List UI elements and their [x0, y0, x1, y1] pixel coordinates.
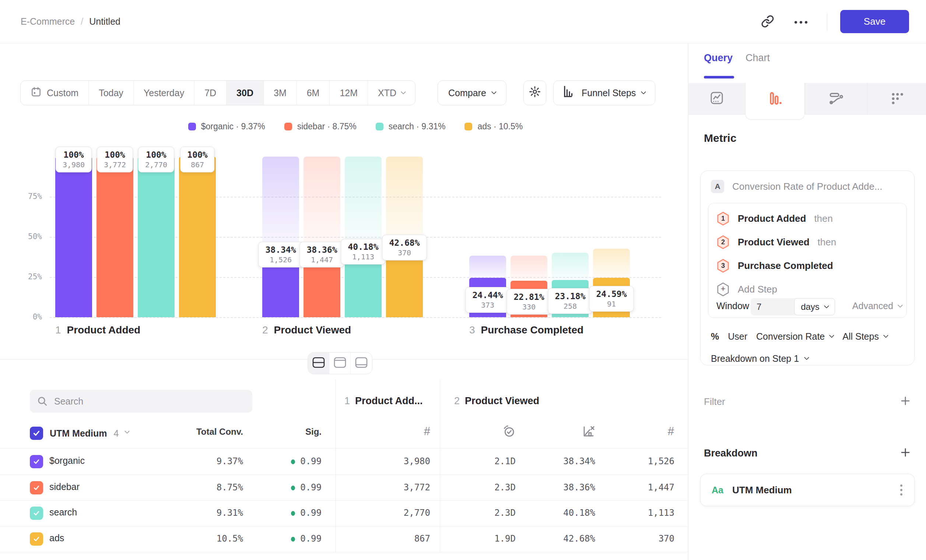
breakdown-column-label[interactable]: UTM Medium	[50, 428, 107, 439]
retention-icon	[890, 91, 904, 107]
funnel-bar[interactable]	[97, 157, 133, 317]
breakdown-item[interactable]: Aa UTM Medium	[700, 474, 915, 506]
add-breakdown-button[interactable]	[900, 447, 911, 459]
query-step-2[interactable]: 2Product Viewedthen	[716, 231, 836, 253]
query-step-1[interactable]: 1Product Addedthen	[716, 207, 833, 230]
layout-chart-only-button[interactable]	[329, 353, 351, 374]
table-search	[30, 390, 252, 413]
tab-retention[interactable]	[867, 83, 926, 115]
metric-name-row[interactable]: A Conversion Rate of Product Adde...	[711, 180, 906, 193]
step-number: 2	[454, 395, 460, 407]
bar-value-label: 100%3,772	[97, 147, 133, 173]
table-step1-header: 1 Product Add...	[344, 395, 423, 407]
tab-insights[interactable]	[688, 83, 745, 115]
kebab-menu-icon[interactable]	[898, 482, 905, 498]
count-metric-icon[interactable]: #	[668, 425, 674, 438]
funnel-bar[interactable]	[179, 157, 216, 317]
save-button[interactable]: Save	[840, 10, 909, 33]
y-axis-tick: 0%	[11, 312, 42, 321]
time-to-convert-icon[interactable]	[502, 425, 516, 439]
total-conversion-value: 10.5%	[216, 533, 243, 544]
chevron-down-icon	[824, 303, 829, 308]
report-title[interactable]: Untitled	[89, 16, 120, 27]
row-checkbox[interactable]	[30, 507, 43, 520]
gridline	[50, 317, 661, 318]
table-row-search[interactable]: search9.31%0.992,7702.3D40.18%1,113	[0, 500, 688, 526]
column-header-total-conv[interactable]: Total Conv.	[196, 427, 243, 437]
step-event-name: Product Added	[738, 213, 806, 224]
time-to-convert-value: 2.3D	[494, 482, 516, 493]
count-metric-icon[interactable]: #	[424, 425, 430, 438]
copy-link-button[interactable]	[760, 14, 776, 30]
measurement-row: % User Conversion Rate All Steps	[711, 328, 888, 345]
query-step-3[interactable]: 3Purchase Completed	[716, 254, 833, 277]
row-checkbox[interactable]	[30, 455, 43, 468]
window-unit-select[interactable]: days	[794, 298, 835, 315]
tab-funnels-active[interactable]	[745, 83, 805, 120]
add-filter-button[interactable]	[900, 395, 911, 408]
breakdown-on-step-dropdown[interactable]: Breakdown on Step 1	[711, 350, 808, 366]
select-all-checkbox[interactable]	[30, 427, 43, 440]
report-type-tabs	[688, 83, 926, 115]
chevron-down-icon	[829, 333, 834, 338]
step-number-badge: 3	[716, 259, 730, 273]
step-number: 1	[344, 395, 350, 407]
step-number-badge: 2	[716, 235, 730, 250]
breakdown-section: Breakdown	[704, 447, 911, 459]
funnel-bar-dropoff	[552, 253, 589, 282]
svg-text:3: 3	[721, 262, 725, 269]
advanced-dropdown[interactable]: Advanced	[852, 301, 902, 311]
window-label: Window	[716, 301, 749, 311]
step-then-label: then	[818, 236, 837, 248]
filter-heading: Filter	[704, 396, 725, 407]
steps-scope-dropdown[interactable]: All Steps	[843, 331, 888, 342]
conversion-rate-icon[interactable]	[582, 425, 595, 439]
table-row-ads[interactable]: ads10.5%0.998671.9D42.68%370	[0, 526, 688, 552]
bar-value-label: 23.18%258	[548, 288, 592, 314]
chevron-down-icon[interactable]	[124, 428, 130, 434]
y-axis-tick: 75%	[11, 192, 42, 201]
time-to-convert-value: 2.3D	[494, 508, 516, 518]
row-label: $organic	[49, 456, 85, 466]
significance-dot	[291, 459, 295, 464]
svg-text:2: 2	[721, 238, 725, 246]
bar-value-label: 38.34%1,526	[258, 242, 303, 268]
link-icon	[761, 15, 774, 29]
table-row-sidebar[interactable]: sidebar8.75%0.993,7722.3D38.36%1,447	[0, 475, 688, 501]
search-input[interactable]	[30, 390, 252, 413]
funnel-bar-dropoff	[469, 256, 506, 280]
add-step-label: Add Step	[738, 284, 777, 295]
row-checkbox[interactable]	[30, 532, 43, 546]
more-menu-button[interactable]	[793, 14, 809, 30]
significance-value: 0.99	[291, 533, 322, 544]
conversion-rate-value: 40.18%	[563, 508, 595, 518]
funnel-bar[interactable]	[138, 157, 175, 317]
tab-query[interactable]: Query	[704, 52, 732, 64]
split-view-icon	[312, 357, 325, 370]
metric-type-dropdown[interactable]: Conversion Rate	[756, 331, 834, 342]
tab-chart[interactable]: Chart	[746, 52, 770, 64]
column-header-sig[interactable]: Sig.	[306, 427, 322, 437]
breadcrumb: E-Commerce / Untitled	[21, 16, 120, 27]
breadcrumb-project[interactable]: E-Commerce	[21, 16, 75, 27]
funnel-bar[interactable]	[55, 157, 92, 317]
top-bar: E-Commerce / Untitled Save	[0, 0, 926, 44]
layout-split-button[interactable]	[308, 353, 329, 374]
metric-letter-badge: A	[711, 180, 724, 193]
filter-section: Filter	[704, 395, 911, 408]
layout-table-only-button[interactable]	[351, 353, 372, 374]
breakdown-property-name: UTM Medium	[732, 484, 792, 496]
bar-value-label: 100%867	[180, 147, 214, 173]
significance-dot	[291, 537, 295, 542]
funnel-step-label: 2Product Viewed	[262, 324, 351, 336]
topbar-divider	[827, 14, 827, 30]
step1-count: 3,980	[404, 456, 430, 466]
entity-label[interactable]: User	[728, 331, 747, 342]
bar-value-label: 42.68%370	[382, 235, 427, 260]
significance-value: 0.99	[291, 508, 322, 518]
table-row-organic[interactable]: $organic9.37%0.993,9802.1D38.34%1,526	[0, 449, 688, 475]
search-icon	[36, 395, 48, 409]
row-checkbox[interactable]	[30, 481, 43, 495]
tab-flows[interactable]	[805, 83, 867, 115]
bar-value-label: 100%3,980	[56, 147, 92, 173]
